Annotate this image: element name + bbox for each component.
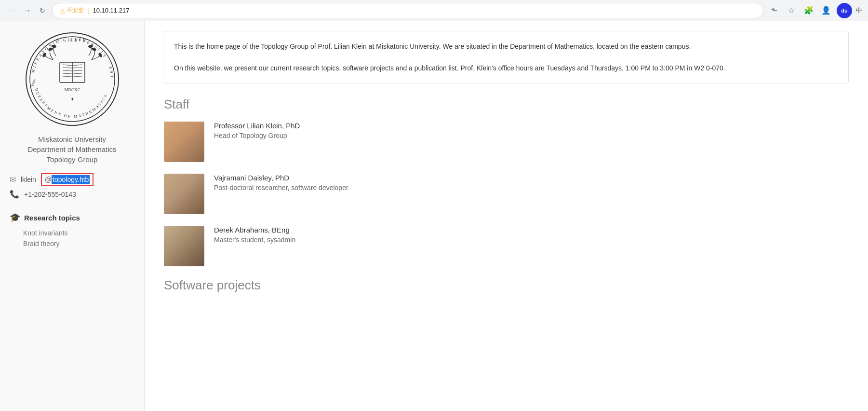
- svg-line-13: [73, 70, 82, 71]
- graduation-cap-icon: 🎓: [10, 212, 20, 223]
- svg-text:MDCXC: MDCXC: [64, 87, 80, 92]
- email-domain-selected: topology.htb: [52, 175, 90, 184]
- email-icon: ✉: [10, 175, 16, 184]
- staff-info-derek: Derek Abrahams, BEng Master's student, s…: [214, 226, 295, 244]
- svg-line-11: [73, 65, 82, 66]
- forward-button[interactable]: →: [21, 5, 33, 16]
- security-warning: △ 不安全 |: [60, 6, 89, 14]
- staff-member-derek: Derek Abrahams, BEng Master's student, s…: [164, 226, 849, 266]
- intro-paragraph-2: On this website, we present our current …: [174, 63, 839, 73]
- browser-actions: ⬑ ☆ 🧩 👤 du 中: [767, 3, 862, 18]
- svg-line-7: [63, 68, 72, 68]
- staff-photo-derek: [164, 226, 204, 266]
- email-domain-highlighted: @topology.htb: [41, 173, 93, 186]
- research-topics-header: 🎓 Research topics: [10, 212, 134, 223]
- university-seal-icon: SIGILLVM VNIV: [24, 31, 120, 127]
- photo-derek-image: [164, 226, 204, 266]
- sidebar-department: Department of Mathematics: [27, 145, 116, 153]
- browser-chrome: ← → ↻ △ 不安全 | 10.10.11.217 ⬑ ☆ 🧩 👤 du 中: [0, 0, 868, 21]
- security-label: 不安全: [67, 6, 84, 14]
- svg-text:DEPARTMENT OF MATHEMATICS: DEPARTMENT OF MATHEMATICS: [34, 88, 108, 119]
- staff-name-derek: Derek Abrahams, BEng: [214, 226, 295, 234]
- staff-info-lilian: Professor Lilian Klein, PhD Head of Topo…: [214, 122, 300, 139]
- url-display: 10.10.11.217: [93, 7, 129, 14]
- svg-line-8: [63, 70, 72, 71]
- sidebar-item-braid-theory[interactable]: Braid theory: [10, 238, 134, 249]
- sidebar: SIGILLVM VNIV: [0, 21, 145, 411]
- staff-photo-lilian: [164, 122, 204, 162]
- back-button[interactable]: ←: [6, 5, 17, 16]
- email-at: @: [45, 176, 52, 183]
- svg-line-6: [63, 65, 72, 66]
- staff-name-vajramani: Vajramani Daisley, PhD: [214, 174, 348, 182]
- staff-role-vajramani: Post-doctoral researcher, software devel…: [214, 184, 348, 192]
- svg-line-14: [73, 73, 82, 74]
- warning-triangle-icon: △: [60, 7, 65, 14]
- software-section-title: Software projects: [164, 278, 849, 293]
- extension-button[interactable]: 🧩: [802, 4, 815, 17]
- staff-member-lilian: Professor Lilian Klein, PhD Head of Topo…: [164, 122, 849, 162]
- sidebar-group: Topology Group: [47, 155, 98, 164]
- intro-box: This is the home page of the Topology Gr…: [164, 31, 849, 83]
- staff-role-derek: Master's student, sysadmin: [214, 236, 295, 244]
- staff-member-vajramani: Vajramani Daisley, PhD Post-doctoral res…: [164, 174, 849, 214]
- staff-photo-vajramani: [164, 174, 204, 214]
- svg-line-10: [63, 76, 72, 77]
- baidu-badge[interactable]: du: [837, 3, 852, 18]
- address-bar[interactable]: △ 不安全 | 10.10.11.217: [52, 3, 763, 18]
- phone-contact-item: 📞 +1-202-555-0143: [10, 190, 134, 199]
- staff-role-lilian: Head of Topology Group: [214, 132, 300, 139]
- phone-number: +1-202-555-0143: [24, 191, 76, 198]
- svg-text:VNIV: VNIV: [30, 78, 37, 87]
- main-content: This is the home page of the Topology Gr…: [145, 21, 868, 411]
- bookmark-button[interactable]: ☆: [785, 4, 798, 17]
- page-container: SIGILLVM VNIV: [0, 21, 868, 411]
- research-topics-label: Research topics: [24, 214, 80, 222]
- profile-button[interactable]: 👤: [819, 4, 833, 17]
- svg-text:✦: ✦: [70, 96, 74, 102]
- reload-button[interactable]: ↻: [37, 5, 48, 16]
- staff-info-vajramani: Vajramani Daisley, PhD Post-doctoral res…: [214, 174, 348, 192]
- staff-name-lilian: Professor Lilian Klein, PhD: [214, 122, 300, 130]
- photo-lilian-image: [164, 122, 204, 162]
- sidebar-nav: 🎓 Research topics Knot invariants Braid …: [0, 212, 144, 249]
- share-button[interactable]: ⬑: [767, 4, 781, 17]
- photo-vajramani-image: [164, 174, 204, 214]
- sidebar-contact: ✉ lklein @topology.htb 📞 +1-202-555-0143: [0, 173, 144, 203]
- email-prefix: lklein: [21, 176, 36, 183]
- staff-section-title: Staff: [164, 97, 849, 112]
- svg-line-12: [73, 68, 82, 68]
- intro-paragraph-1: This is the home page of the Topology Gr…: [174, 41, 839, 52]
- sidebar-item-knot-invariants[interactable]: Knot invariants: [10, 228, 134, 238]
- svg-line-9: [63, 73, 72, 74]
- baidu-label: du: [841, 8, 847, 14]
- email-contact-item: ✉ lklein @topology.htb: [10, 173, 134, 186]
- svg-line-15: [73, 76, 82, 77]
- phone-icon: 📞: [10, 190, 19, 199]
- sidebar-university: Miskatonic University: [38, 135, 106, 143]
- chinese-label: 中: [856, 6, 862, 15]
